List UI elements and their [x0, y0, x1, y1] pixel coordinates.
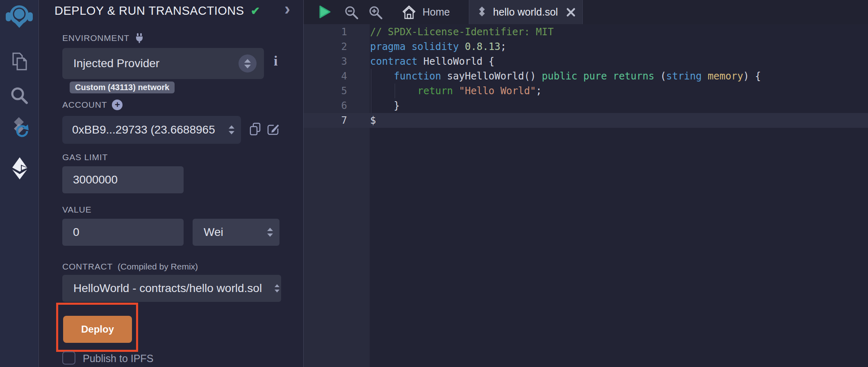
editor-tabbar: Home hello world.sol [304, 0, 868, 24]
publish-ipfs-label: Publish to IPFS [83, 352, 153, 365]
contract-value: HelloWorld - contracts/hello world.sol [62, 282, 262, 295]
environment-value: Injected Provider [62, 57, 159, 70]
breakpoint-margin[interactable] [304, 54, 318, 69]
code-text: return "Hello World"; [347, 84, 542, 98]
code-line-6[interactable]: 6 } [304, 98, 868, 113]
breakpoint-margin[interactable] [304, 98, 318, 113]
breakpoint-margin[interactable] [304, 39, 318, 54]
home-icon [401, 5, 417, 20]
deploy-run-panel: DEPLOY & RUN TRANSACTIONS ✔ › ENVIRONMEN… [39, 0, 303, 367]
code-line-2[interactable]: 2pragma solidity 0.8.13; [304, 39, 868, 54]
select-carets-icon [267, 228, 273, 237]
value-input[interactable] [62, 219, 184, 246]
code-area[interactable]: 1// SPDX-License-Identifier: MIT2pragma … [304, 24, 868, 367]
run-script-play-button[interactable] [318, 5, 332, 19]
account-select[interactable]: 0xBB9...29733 (23.6688965 [62, 116, 241, 144]
solidity-compiler-icon[interactable] [8, 116, 31, 141]
code-text: $ [347, 113, 376, 128]
compile-success-check-icon: ✔ [251, 5, 260, 18]
icon-sidebar [0, 0, 39, 367]
environment-label: ENVIRONMENT [62, 33, 130, 43]
code-text: pragma solidity 0.8.13; [347, 39, 506, 54]
breakpoint-margin[interactable] [304, 113, 318, 128]
zoom-out-button[interactable] [344, 5, 359, 20]
gas-limit-input[interactable] [62, 166, 184, 193]
solidity-file-icon [477, 6, 487, 18]
gas-limit-label: GAS LIMIT [62, 152, 108, 162]
line-number: 1 [318, 25, 347, 39]
tab-home[interactable]: Home [395, 0, 457, 24]
code-line-5[interactable]: 5 return "Hello World"; [304, 84, 868, 98]
copy-account-icon[interactable] [249, 122, 262, 136]
code-lines: 1// SPDX-License-Identifier: MIT2pragma … [304, 25, 868, 128]
line-number: 4 [318, 69, 347, 84]
line-number: 6 [318, 98, 347, 113]
value-unit: Wei [193, 226, 223, 239]
deploy-button[interactable]: Deploy [63, 316, 132, 343]
breakpoint-margin[interactable] [304, 69, 318, 84]
account-value: 0xBB9...29733 (23.6688965 [62, 123, 215, 136]
environment-info-icon[interactable]: i [274, 53, 277, 69]
select-carets-icon [229, 125, 234, 134]
tab-file-label: hello world.sol [493, 6, 558, 18]
code-line-4[interactable]: 4 function sayHelloWorld() public pure r… [304, 69, 868, 84]
tab-home-label: Home [423, 6, 450, 18]
code-line-1[interactable]: 1// SPDX-License-Identifier: MIT [304, 25, 868, 39]
collapse-panel-chevron-icon[interactable]: › [284, 1, 290, 17]
code-text: function sayHelloWorld() public pure ret… [347, 69, 761, 84]
code-text: } [347, 98, 400, 113]
line-number: 5 [318, 84, 347, 98]
select-arrows-icon [239, 54, 257, 72]
remix-logo[interactable] [5, 2, 34, 31]
contract-note: (Compiled by Remix) [118, 262, 198, 272]
publish-ipfs-checkbox[interactable] [62, 351, 75, 365]
close-tab-icon[interactable] [566, 7, 576, 17]
breakpoint-margin[interactable] [304, 84, 318, 98]
edit-account-icon[interactable] [266, 122, 280, 136]
search-icon[interactable] [10, 86, 30, 106]
create-account-plus-icon[interactable]: + [112, 100, 123, 110]
code-text: // SPDX-License-Identifier: MIT [347, 25, 554, 39]
code-text: contract HelloWorld { [347, 54, 494, 69]
code-editor: Home hello world.sol 1// SPDX-License-Id… [304, 0, 868, 367]
plug-icon [134, 33, 144, 43]
environment-select[interactable]: Injected Provider [62, 48, 264, 79]
line-number: 2 [318, 39, 347, 54]
zoom-in-button[interactable] [368, 5, 383, 20]
breakpoint-margin[interactable] [304, 25, 318, 39]
value-unit-select[interactable]: Wei [193, 219, 279, 246]
select-carets-icon [275, 284, 279, 292]
account-label: ACCOUNT [62, 100, 107, 110]
contract-select[interactable]: HelloWorld - contracts/hello world.sol [62, 275, 281, 302]
code-line-7[interactable]: 7$ [304, 113, 868, 128]
line-number: 3 [318, 54, 347, 69]
panel-title: DEPLOY & RUN TRANSACTIONS [55, 4, 244, 18]
deploy-run-icon[interactable] [10, 156, 30, 180]
code-line-3[interactable]: 3contract HelloWorld { [304, 54, 868, 69]
contract-label: CONTRACT [62, 262, 113, 272]
value-label: VALUE [62, 205, 91, 215]
line-number: 7 [318, 113, 347, 128]
file-explorer-icon[interactable] [10, 52, 30, 72]
tab-hello-world-sol[interactable]: hello world.sol [469, 0, 583, 24]
network-badge: Custom (43113) network [70, 82, 175, 93]
